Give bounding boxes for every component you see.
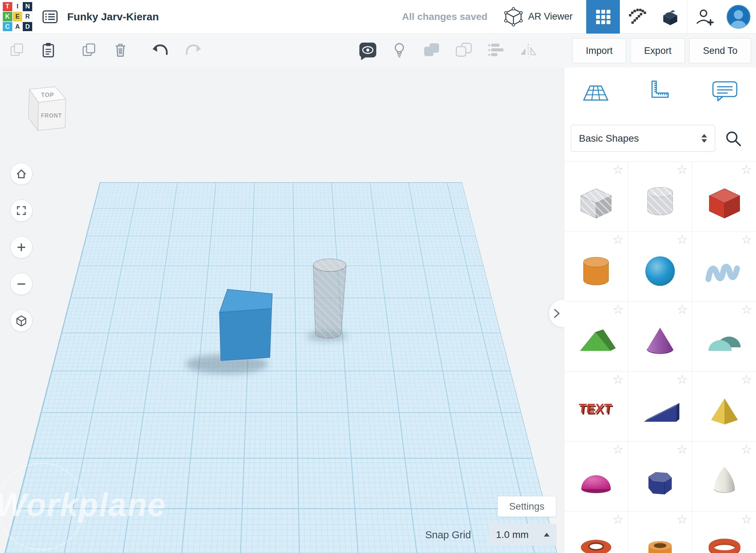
import-button[interactable]: Import	[572, 38, 626, 63]
shape-tile-torus[interactable]: ☆	[564, 512, 628, 553]
notes-tool-button[interactable]	[709, 77, 741, 109]
shape-tile-wedge[interactable]: ☆	[628, 372, 692, 442]
3d-viewport[interactable]: Workplane	[0, 68, 564, 553]
view-cube[interactable]: TOP FRONT	[21, 84, 74, 142]
tinkercad-logo[interactable]: TINKERCAD	[3, 2, 32, 31]
shape-category-value: Basic Shapes	[579, 133, 639, 144]
shape-grid: ☆☆☆☆☆☆☆☆☆TEXTTEXT☆☆☆☆☆☆☆☆☆	[564, 162, 756, 553]
shape-tile-sphere[interactable]: ☆	[628, 232, 692, 302]
logo-letter-c: C	[3, 22, 12, 31]
snap-grid-dropdown[interactable]: 1.0 mm	[489, 524, 556, 546]
design-title[interactable]: Funky Jarv-Kieran	[67, 11, 159, 23]
undo-button[interactable]	[151, 41, 172, 61]
cylinder-shape-icon	[574, 247, 618, 292]
favorite-star-icon[interactable]: ☆	[677, 233, 688, 246]
show-all-button[interactable]	[357, 41, 377, 61]
ar-viewer-button[interactable]: AR Viewer	[504, 7, 573, 27]
align-button[interactable]	[486, 41, 506, 61]
favorite-star-icon[interactable]: ☆	[612, 443, 624, 456]
grid-icon	[595, 9, 611, 24]
favorite-star-icon[interactable]: ☆	[612, 373, 624, 386]
favorite-star-icon[interactable]: ☆	[741, 373, 752, 386]
shape-tile-round-roof[interactable]: ☆	[692, 302, 756, 372]
favorite-star-icon[interactable]: ☆	[677, 163, 688, 176]
shape-category-dropdown[interactable]: Basic Shapes	[571, 125, 715, 152]
favorite-star-icon[interactable]: ☆	[677, 513, 688, 526]
polygon-shape-icon	[638, 457, 682, 502]
viewcube-front-label[interactable]: FRONT	[41, 113, 62, 119]
roundroof-shape-icon	[702, 317, 747, 362]
viewcube-top-label[interactable]: TOP	[41, 92, 54, 98]
redo-button[interactable]	[183, 41, 203, 61]
show-all-icon	[357, 41, 377, 61]
favorite-star-icon[interactable]: ☆	[612, 303, 624, 316]
shape-tile-cylinder[interactable]: ☆	[564, 232, 628, 302]
sphere-shape-icon	[638, 247, 682, 292]
ruler-tool-button[interactable]	[645, 77, 676, 109]
shape-tile-half-sphere[interactable]: ☆	[564, 442, 628, 512]
favorite-star-icon[interactable]: ☆	[741, 163, 752, 176]
favorite-star-icon[interactable]: ☆	[677, 373, 688, 386]
design-menu-button[interactable]	[42, 9, 58, 25]
shape-tile-pyramid[interactable]: ☆	[692, 372, 756, 442]
logo-letter-a: A	[13, 22, 22, 31]
cone-shape-icon	[638, 317, 682, 362]
shape-tile-tube[interactable]: ☆	[628, 512, 692, 553]
chevron-right-icon	[552, 307, 561, 319]
shape-tile-paraboloid[interactable]: ☆	[692, 442, 756, 512]
view-navigation-controls	[10, 163, 33, 332]
favorite-star-icon[interactable]: ☆	[612, 513, 624, 526]
user-avatar[interactable]	[727, 5, 750, 29]
add-person-button[interactable]	[687, 0, 721, 34]
shape-tile-cylinder-hole[interactable]: ☆	[628, 162, 692, 232]
home-view-button[interactable]	[10, 163, 33, 185]
mirror-button[interactable]	[518, 41, 538, 61]
shapes-panel: Basic Shapes ☆☆☆☆☆☆☆☆☆TEXTTEXT☆☆☆☆☆☆☆☆☆	[564, 68, 756, 553]
snap-grid-value: 1.0 mm	[496, 529, 528, 540]
copy-button[interactable]	[7, 41, 27, 61]
shape-search-button[interactable]	[722, 127, 744, 149]
send-to-button[interactable]: Send To	[689, 38, 751, 63]
paste-button[interactable]	[38, 41, 59, 61]
perspective-toggle-button[interactable]	[10, 310, 33, 332]
favorite-star-icon[interactable]: ☆	[741, 233, 752, 246]
settings-button[interactable]: Settings	[498, 496, 556, 517]
minecraft-button[interactable]	[620, 0, 653, 34]
favorite-star-icon[interactable]: ☆	[677, 303, 688, 316]
dashboard-grid-button[interactable]	[586, 0, 620, 34]
shape-tile-cone[interactable]: ☆	[628, 302, 692, 372]
shape-tile-roof[interactable]: ☆	[564, 302, 628, 372]
favorite-star-icon[interactable]: ☆	[741, 303, 752, 316]
zoom-out-button[interactable]	[10, 273, 33, 295]
logo-letter-d: D	[23, 22, 32, 31]
pickaxe-icon	[626, 6, 647, 27]
export-button[interactable]: Export	[630, 38, 685, 63]
toolbar-right-buttons: Import Export Send To	[572, 38, 751, 63]
shape-tile-box[interactable]: ☆	[692, 162, 756, 232]
panel-tool-icons	[564, 77, 756, 109]
duplicate-button[interactable]	[79, 41, 99, 61]
favorite-star-icon[interactable]: ☆	[612, 233, 624, 246]
home-icon	[15, 168, 27, 180]
shape-tile-text[interactable]: TEXTTEXT☆	[564, 372, 628, 442]
duplicate-icon	[79, 41, 99, 61]
ungroup-button[interactable]	[454, 41, 474, 61]
favorite-star-icon[interactable]: ☆	[741, 513, 752, 526]
shape-tile-scribble[interactable]: ☆	[692, 232, 756, 302]
cylinder-shape-icon	[638, 177, 682, 222]
favorite-star-icon[interactable]: ☆	[741, 443, 752, 456]
lightbulb-button[interactable]	[389, 41, 410, 61]
favorite-star-icon[interactable]: ☆	[677, 443, 688, 456]
zoom-in-button[interactable]	[10, 236, 33, 258]
workplane-tool-button[interactable]	[580, 77, 611, 109]
delete-button[interactable]	[111, 41, 131, 61]
brick-button[interactable]	[653, 0, 687, 34]
shape-tile-box-hole[interactable]: ☆	[564, 162, 628, 232]
favorite-star-icon[interactable]: ☆	[612, 163, 624, 176]
roof-shape-icon	[574, 317, 618, 362]
logo-letter-i: I	[13, 2, 22, 12]
fit-view-button[interactable]	[10, 199, 33, 222]
group-button[interactable]	[421, 41, 442, 61]
shape-tile-polygon[interactable]: ☆	[628, 442, 692, 512]
shape-tile-ring[interactable]: ☆	[692, 512, 756, 553]
